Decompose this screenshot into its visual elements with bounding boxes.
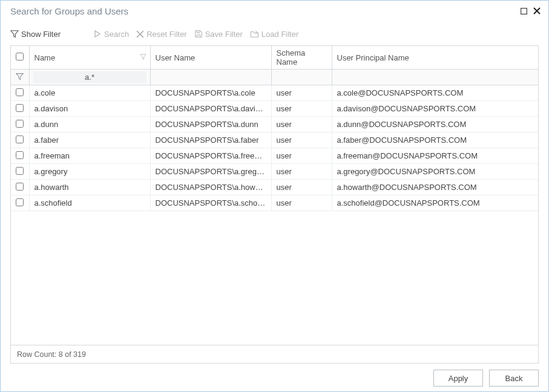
cell-name: a.freeman	[29, 148, 150, 164]
cell-schema: user	[271, 132, 332, 148]
column-header-upn[interactable]: User Principal Name	[332, 46, 538, 70]
results-grid: Name User Name Schema Name User P	[10, 45, 539, 364]
show-filter-button[interactable]: Show Filter	[10, 30, 61, 39]
row-checkbox-cell[interactable]	[11, 117, 29, 132]
status-bar: Row Count: 8 of 319	[11, 345, 538, 363]
cell-name: a.faber	[29, 132, 150, 148]
row-checkbox-cell[interactable]	[11, 132, 29, 148]
load-filter-label: Load Filter	[261, 30, 298, 39]
cell-upn: a.gregory@DOCUSNAPSPORTS.COM	[332, 164, 538, 180]
row-checkbox[interactable]	[16, 151, 24, 159]
close-button[interactable]	[530, 4, 544, 18]
column-header-user-name[interactable]: User Name	[150, 46, 271, 70]
cell-upn: a.davison@DOCUSNAPSPORTS.COM	[332, 101, 538, 117]
svg-rect-0	[521, 8, 527, 14]
cell-name: a.davison	[29, 101, 150, 117]
filter-name-cell[interactable]	[29, 70, 150, 85]
maximize-button[interactable]	[517, 4, 530, 18]
cell-upn: a.schofield@DOCUSNAPSPORTS.COM	[332, 195, 538, 211]
cell-schema: user	[271, 195, 332, 211]
filter-row	[11, 70, 538, 85]
cell-user: DOCUSNAPSPORTS\a.howarth	[150, 180, 271, 195]
row-checkbox[interactable]	[16, 88, 24, 96]
filter-icon[interactable]	[140, 53, 146, 62]
column-header-name-label: Name	[35, 53, 56, 62]
row-checkbox[interactable]	[16, 183, 24, 191]
content: Show Filter Search Reset Filter Save Fil…	[1, 21, 548, 391]
row-checkbox[interactable]	[16, 136, 24, 143]
row-checkbox-cell[interactable]	[11, 148, 29, 164]
funnel-icon	[10, 30, 19, 38]
row-checkbox-cell[interactable]	[11, 85, 29, 101]
column-header-schema-name[interactable]: Schema Name	[271, 46, 332, 70]
row-checkbox-cell[interactable]	[11, 195, 29, 211]
search-label: Search	[104, 30, 129, 39]
cell-user: DOCUSNAPSPORTS\a.dunn	[150, 117, 271, 132]
filter-schema-cell[interactable]	[271, 70, 332, 85]
cell-schema: user	[271, 148, 332, 164]
cell-upn: a.dunn@DOCUSNAPSPORTS.COM	[332, 117, 538, 132]
table-row[interactable]: a.howarthDOCUSNAPSPORTS\a.howarthusera.h…	[11, 180, 538, 195]
cell-user: DOCUSNAPSPORTS\a.davison	[150, 101, 271, 117]
row-checkbox[interactable]	[16, 198, 24, 206]
cell-name: a.dunn	[29, 117, 150, 132]
save-icon	[194, 30, 203, 38]
cell-name: a.schofield	[29, 195, 150, 211]
filter-row-icon-cell	[11, 70, 29, 85]
table-row[interactable]: a.gregoryDOCUSNAPSPORTS\a.gregoryusera.g…	[11, 164, 538, 180]
header-row: Name User Name Schema Name User P	[11, 46, 538, 70]
column-header-select[interactable]	[11, 46, 29, 70]
cell-schema: user	[271, 164, 332, 180]
toolbar: Show Filter Search Reset Filter Save Fil…	[10, 25, 539, 45]
row-checkbox[interactable]	[16, 104, 24, 112]
back-button[interactable]: Back	[489, 370, 539, 387]
cell-name: a.howarth	[29, 180, 150, 195]
table-row[interactable]: a.dunnDOCUSNAPSPORTS\a.dunnusera.dunn@DO…	[11, 117, 538, 132]
cell-upn: a.freeman@DOCUSNAPSPORTS.COM	[332, 148, 538, 164]
table-row[interactable]: a.freemanDOCUSNAPSPORTS\a.freemanusera.f…	[11, 148, 538, 164]
cell-upn: a.faber@DOCUSNAPSPORTS.COM	[332, 132, 538, 148]
load-filter-button[interactable]: Load Filter	[250, 30, 298, 39]
cell-schema: user	[271, 117, 332, 132]
button-bar: Apply Back	[10, 364, 539, 387]
dialog-window: Search for Groups and Users Show Filter …	[0, 0, 549, 392]
filter-user-cell[interactable]	[150, 70, 271, 85]
filter-upn-cell[interactable]	[332, 70, 538, 85]
row-checkbox-cell[interactable]	[11, 180, 29, 195]
cell-upn: a.howarth@DOCUSNAPSPORTS.COM	[332, 180, 538, 195]
filter-name-input[interactable]	[33, 71, 146, 83]
cell-upn: a.cole@DOCUSNAPSPORTS.COM	[332, 85, 538, 101]
column-header-schema-name-label: Schema Name	[277, 48, 306, 67]
save-filter-label: Save Filter	[205, 30, 243, 39]
reset-filter-button[interactable]: Reset Filter	[136, 30, 186, 39]
select-all-checkbox[interactable]	[16, 53, 24, 60]
table-row[interactable]: a.coleDOCUSNAPSPORTS\a.coleusera.cole@DO…	[11, 85, 538, 101]
column-header-name[interactable]: Name	[29, 46, 150, 70]
cell-user: DOCUSNAPSPORTS\a.cole	[150, 85, 271, 101]
show-filter-label: Show Filter	[21, 30, 61, 39]
cell-user: DOCUSNAPSPORTS\a.gregory	[150, 164, 271, 180]
cell-user: DOCUSNAPSPORTS\a.freeman	[150, 148, 271, 164]
row-checkbox-cell[interactable]	[11, 164, 29, 180]
cell-schema: user	[271, 180, 332, 195]
row-checkbox[interactable]	[16, 167, 24, 175]
apply-button[interactable]: Apply	[433, 370, 483, 387]
row-checkbox-cell[interactable]	[11, 101, 29, 117]
load-icon	[250, 30, 259, 38]
cell-schema: user	[271, 101, 332, 117]
window-title: Search for Groups and Users	[10, 6, 517, 16]
play-icon	[93, 30, 102, 38]
row-checkbox[interactable]	[16, 120, 24, 128]
cell-user: DOCUSNAPSPORTS\a.schofield	[150, 195, 271, 211]
funnel-icon	[16, 73, 24, 80]
x-icon	[136, 30, 144, 38]
reset-filter-label: Reset Filter	[146, 30, 186, 39]
cell-name: a.cole	[29, 85, 150, 101]
table-row[interactable]: a.faberDOCUSNAPSPORTS\a.faberusera.faber…	[11, 132, 538, 148]
table-row[interactable]: a.schofieldDOCUSNAPSPORTS\a.schofielduse…	[11, 195, 538, 211]
save-filter-button[interactable]: Save Filter	[194, 30, 243, 39]
grid-empty-area	[11, 211, 538, 345]
titlebar: Search for Groups and Users	[1, 1, 548, 21]
table-row[interactable]: a.davisonDOCUSNAPSPORTS\a.davisonusera.d…	[11, 101, 538, 117]
search-button[interactable]: Search	[93, 30, 129, 39]
